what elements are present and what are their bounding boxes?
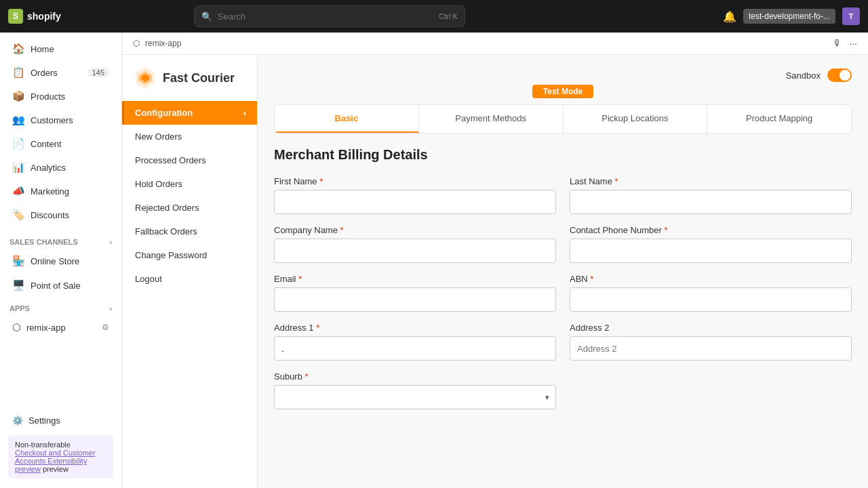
input-contact-phone[interactable] <box>570 239 852 263</box>
tab-product-mapping[interactable]: Product Mapping <box>707 105 851 133</box>
app-content: Fast Courier Configuration › New Orders … <box>122 55 868 488</box>
customers-icon: 👥 <box>12 114 25 126</box>
form-group-company-name: Company Name * <box>274 225 556 263</box>
input-address1[interactable] <box>274 336 556 361</box>
app-nav-configuration[interactable]: Configuration › <box>122 101 257 125</box>
sales-channels-section: Sales channels › <box>0 231 121 249</box>
sidebar-item-analytics[interactable]: 📊 Analytics <box>4 156 117 179</box>
app-nav-rejected-orders[interactable]: Rejected Orders <box>122 196 257 220</box>
tab-pickup-locations[interactable]: Pickup Locations <box>564 105 708 133</box>
search-input[interactable] <box>218 12 434 22</box>
point-of-sale-icon: 🖥️ <box>12 279 25 291</box>
sandbox-toggle[interactable] <box>827 68 852 82</box>
app-nav-hold-orders[interactable]: Hold Orders <box>122 172 257 196</box>
remix-app-settings-icon[interactable]: ⚙ <box>102 323 109 332</box>
sandbox-label: Sandbox <box>786 70 821 81</box>
sidebar-label-customers: Customers <box>31 115 73 125</box>
breadcrumb-right: 🎙 ··· <box>833 38 857 49</box>
change-password-label: Change Password <box>135 250 207 260</box>
app-nav-logout[interactable]: Logout <box>122 267 257 291</box>
apps-title: Apps <box>9 304 30 312</box>
main-area: ⬡ remix-app 🎙 ··· Fast Courier <box>122 33 868 488</box>
marketing-icon: 📣 <box>12 185 25 197</box>
tab-basic[interactable]: Basic <box>275 105 419 133</box>
sidebar-item-settings[interactable]: ⚙️ Settings <box>4 410 117 431</box>
label-contact-phone: Contact Phone Number * <box>570 225 852 235</box>
form-row-company: Company Name * Contact Phone Number * <box>274 225 852 263</box>
sidebar-item-home[interactable]: 🏠 Home <box>4 37 117 60</box>
avatar[interactable]: T <box>842 7 860 25</box>
required-abn: * <box>590 274 593 284</box>
sidebar-label-content: Content <box>31 139 62 149</box>
topnav-right: 🔔 test-development-fo-... T <box>723 7 860 25</box>
billing-form: Merchant Billing Details First Name * <box>274 147 852 409</box>
online-store-icon: 🏪 <box>12 255 25 267</box>
sidebar-label-remix-app: remix-app <box>26 323 66 333</box>
search-shortcut: Ctrl K <box>439 12 458 20</box>
sidebar-item-customers[interactable]: 👥 Customers <box>4 108 117 131</box>
input-address2[interactable] <box>570 336 852 361</box>
breadcrumb-text: remix-app <box>145 39 181 48</box>
breadcrumb-icon: ⬡ <box>133 39 140 48</box>
app-nav-new-orders[interactable]: New Orders <box>122 125 257 148</box>
form-row-address: Address 1 * Address 2 <box>274 323 852 361</box>
sidebar-item-orders[interactable]: 📋 Orders 145 <box>4 61 117 84</box>
input-abn[interactable] <box>570 287 852 312</box>
new-orders-label: New Orders <box>135 131 182 142</box>
required-email: * <box>298 274 302 284</box>
form-group-first-name: First Name * <box>274 176 556 214</box>
rejected-orders-label: Rejected Orders <box>135 203 199 213</box>
orders-badge: 145 <box>87 68 109 77</box>
home-icon: 🏠 <box>12 43 25 55</box>
input-last-name[interactable] <box>570 190 852 214</box>
search-bar[interactable]: 🔍 Ctrl K <box>194 5 465 27</box>
app-nav-fallback-orders[interactable]: Fallback Orders <box>122 220 257 243</box>
layout: 🏠 Home 📋 Orders 145 📦 Products 👥 Custome… <box>0 33 868 488</box>
form-row-suburb: Suburb * ▾ <box>274 371 852 409</box>
tabs: Basic Payment Methods Pickup Locations P… <box>274 104 852 134</box>
input-first-name[interactable] <box>274 190 556 214</box>
analytics-icon: 📊 <box>12 161 25 174</box>
sidebar-item-remix-app[interactable]: ⬡ remix-app ⚙ <box>4 316 117 339</box>
label-company-name: Company Name * <box>274 225 556 235</box>
chevron-right-icon: › <box>110 239 112 246</box>
tab-payment-methods[interactable]: Payment Methods <box>419 105 564 133</box>
sidebar-label-orders: Orders <box>31 68 58 78</box>
remix-app-icon: ⬡ <box>12 321 21 333</box>
sidebar-item-online-store[interactable]: 🏪 Online Store <box>4 249 117 272</box>
required-first-name: * <box>319 176 323 186</box>
sidebar-label-home: Home <box>31 44 54 54</box>
form-group-abn: ABN * <box>570 274 852 312</box>
sidebar-item-products[interactable]: 📦 Products <box>4 85 117 108</box>
sidebar-item-discounts[interactable]: 🏷️ Discounts <box>4 203 117 226</box>
non-transferable-title: Non-transferable <box>15 441 71 449</box>
microphone-icon[interactable]: 🎙 <box>833 38 842 49</box>
orders-icon: 📋 <box>12 66 25 79</box>
form-group-contact-phone: Contact Phone Number * <box>570 225 852 263</box>
tab-product-mapping-label: Product Mapping <box>746 113 812 123</box>
configuration-label: Configuration <box>135 108 193 118</box>
label-last-name: Last Name * <box>570 176 852 186</box>
form-group-last-name: Last Name * <box>570 176 852 214</box>
form-group-address1: Address 1 * <box>274 323 556 361</box>
settings-icon: ⚙️ <box>12 415 23 426</box>
input-suburb[interactable] <box>274 385 556 409</box>
sidebar-item-content[interactable]: 📄 Content <box>4 132 117 155</box>
more-options-icon[interactable]: ··· <box>849 38 857 49</box>
sales-channels-title: Sales channels <box>9 238 78 246</box>
sidebar-item-marketing[interactable]: 📣 Marketing <box>4 180 117 203</box>
input-company-name[interactable] <box>274 239 556 263</box>
app-header-bar: Sandbox Test Mode <box>274 68 852 96</box>
notification-icon[interactable]: 🔔 <box>723 10 736 23</box>
required-company-name: * <box>340 225 344 235</box>
sidebar-label-online-store: Online Store <box>31 256 79 266</box>
app-nav-change-password[interactable]: Change Password <box>122 243 257 267</box>
input-email[interactable] <box>274 287 556 312</box>
sidebar-item-point-of-sale[interactable]: 🖥️ Point of Sale <box>4 274 117 297</box>
app-nav-processed-orders[interactable]: Processed Orders <box>122 148 257 172</box>
store-name[interactable]: test-development-fo-... <box>743 9 835 24</box>
tab-basic-label: Basic <box>335 113 359 123</box>
required-address1: * <box>316 323 319 333</box>
toggle-track[interactable] <box>827 68 852 82</box>
app-logo: Fast Courier <box>122 66 257 101</box>
